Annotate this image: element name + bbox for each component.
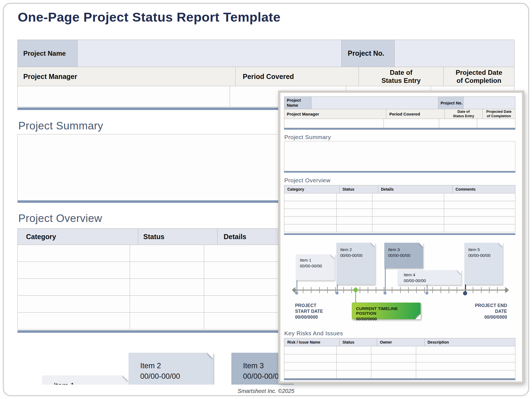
bg-projected-date-label: Projected Date of Completion bbox=[444, 67, 514, 86]
item-dates: 00/00-00/00 bbox=[468, 252, 503, 258]
project-end-date-label: PROJECT END DATE 00/00/0000 bbox=[452, 303, 507, 320]
bg-overview-heading: Project Overview bbox=[18, 212, 102, 224]
item2-dot-icon bbox=[336, 291, 339, 295]
item-name: Item 2 bbox=[340, 247, 375, 252]
bg-overview-cell[interactable] bbox=[18, 296, 130, 312]
template-preview-page: One-Page Project Status Report Template … bbox=[0, 0, 532, 399]
bg-project-no-label: Project No. bbox=[342, 40, 394, 67]
inset-timeline-item-2: Item 2 00/00-00/00 bbox=[336, 243, 375, 285]
inset-risks-col-description: Description bbox=[425, 338, 515, 346]
inset-risks-col-name: Risk / Issue Name bbox=[284, 338, 339, 346]
inset-risks-cell[interactable] bbox=[337, 354, 371, 362]
inset-risks-cell[interactable] bbox=[284, 370, 336, 378]
inset-timeline-item-4: Item 4 00/00-00/00 bbox=[398, 270, 461, 285]
item-dates: 00/00-00/00 bbox=[404, 278, 461, 283]
item-name: Item 1 bbox=[300, 257, 335, 263]
bg-overview-cell[interactable] bbox=[18, 245, 130, 262]
inset-risks-cell[interactable] bbox=[416, 346, 515, 354]
current-position-callout: CURRENT TIMELINE POSITION 00/00/0000 bbox=[352, 303, 421, 319]
current-position-label: CURRENT TIMELINE POSITION bbox=[356, 306, 416, 316]
bg-timeline-crop: Item 1 00/00-00/00 Item 2 00/00-00/00 It… bbox=[0, 350, 294, 385]
inset-risks-heading: Key Risks And Issues bbox=[284, 330, 343, 337]
inset-risks-cell[interactable] bbox=[284, 354, 336, 362]
bg-timeline-item-2: Item 2 00/00-00/00 bbox=[129, 353, 213, 385]
bg-overview-cell[interactable] bbox=[130, 313, 204, 329]
bg-project-no-field[interactable] bbox=[395, 40, 514, 67]
inset-risks-cell[interactable] bbox=[371, 354, 416, 362]
bg-overview-cell[interactable] bbox=[130, 262, 204, 278]
item-dates: 00/00-00/00 bbox=[140, 371, 213, 382]
bg-summary-heading: Project Summary bbox=[18, 120, 103, 132]
bg-period-covered-label: Period Covered bbox=[236, 67, 359, 86]
fold-corner-icon bbox=[330, 254, 335, 259]
fold-corner-icon bbox=[371, 243, 375, 247]
bg-overview-col-category: Category bbox=[18, 229, 138, 245]
current-position-date: 00/00/0000 bbox=[356, 316, 416, 321]
item3-dot-icon bbox=[383, 291, 387, 295]
item-dates: 00/00-00/00 bbox=[388, 252, 423, 258]
inset-risks-cell[interactable] bbox=[284, 362, 336, 370]
bg-project-manager-label: Project Manager bbox=[18, 67, 235, 86]
bg-overview-cell[interactable] bbox=[130, 245, 204, 262]
bg-overview-cell[interactable] bbox=[130, 296, 204, 312]
inset-risks-cell[interactable] bbox=[416, 370, 515, 378]
inset-risks-col-owner: Owner bbox=[377, 338, 424, 346]
bg-overview-cell[interactable] bbox=[130, 279, 204, 295]
item-name: Item 5 bbox=[468, 247, 503, 252]
inset-risks-cell[interactable] bbox=[284, 346, 336, 354]
item1-dot-icon bbox=[295, 291, 298, 295]
fold-corner-icon bbox=[457, 270, 461, 275]
item4-dot-icon bbox=[425, 291, 428, 295]
inset-risks-table: Risk / Issue Name Status Owner Descripti… bbox=[284, 338, 515, 378]
inset-timeline-item-1: Item 1 00/00-00/00 bbox=[296, 254, 335, 280]
fold-corner-icon bbox=[419, 243, 423, 247]
template-inset-preview: Project Name Project No. Project Manager… bbox=[278, 91, 524, 383]
bg-overview-col-status: Status bbox=[138, 229, 217, 245]
footer-credit: Smartsheet Inc. ©2025 bbox=[0, 388, 532, 394]
fold-corner-icon bbox=[498, 243, 503, 247]
inset-timeline-item-3: Item 3 00/00-00/00 bbox=[384, 243, 423, 268]
inset-risks-cell[interactable] bbox=[371, 362, 416, 370]
bg-date-of-status-entry-label: Date of Status Entry bbox=[359, 67, 443, 86]
item-name: Item 4 bbox=[404, 272, 461, 278]
bg-overview-cell[interactable] bbox=[18, 313, 130, 329]
item5-dot-icon bbox=[463, 291, 467, 295]
timeline-ruler bbox=[294, 290, 507, 291]
inset-risks-cell[interactable] bbox=[416, 354, 515, 362]
bg-overview-cell[interactable] bbox=[18, 279, 130, 295]
bg-project-name-field[interactable] bbox=[78, 40, 341, 67]
inset-risks-divider bbox=[284, 378, 515, 380]
inset-risks-cell[interactable] bbox=[337, 346, 371, 354]
item-name: Item 3 bbox=[388, 247, 423, 252]
inset-risks-col-status: Status bbox=[340, 338, 377, 346]
fold-corner-icon bbox=[416, 314, 421, 319]
item-name: Item 2 bbox=[140, 360, 213, 371]
bg-project-manager-field[interactable] bbox=[18, 86, 230, 107]
bg-timeline-item-1: Item 1 00/00-00/00 bbox=[42, 375, 129, 385]
item-dates: 00/00-00/00 bbox=[300, 263, 335, 269]
bg-project-name-label: Project Name bbox=[18, 40, 77, 67]
project-start-date-label: PROJECT START DATE 00/00/0000 bbox=[295, 303, 323, 320]
page-title: One-Page Project Status Report Template bbox=[18, 9, 280, 25]
fold-corner-icon bbox=[207, 353, 213, 359]
inset-risks-cell[interactable] bbox=[337, 370, 371, 378]
inset-risks-cell[interactable] bbox=[416, 362, 515, 370]
item-name: Item 1 bbox=[54, 380, 129, 385]
inset-timeline-item-5: Item 5 00/00-00/00 bbox=[464, 243, 503, 285]
item-dates: 00/00-00/00 bbox=[340, 252, 375, 258]
inset-risks-cell[interactable] bbox=[371, 370, 416, 378]
inset-risks-cell[interactable] bbox=[371, 346, 416, 354]
fold-corner-icon bbox=[122, 375, 129, 382]
bg-overview-cell[interactable] bbox=[18, 262, 130, 278]
inset-risks-cell[interactable] bbox=[337, 362, 371, 370]
